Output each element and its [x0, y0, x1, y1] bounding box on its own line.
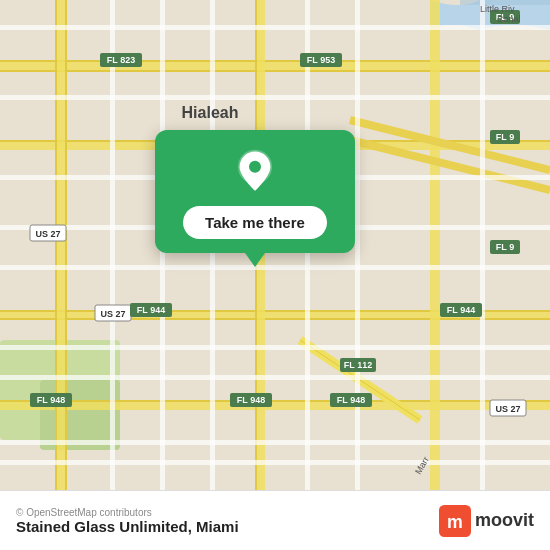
svg-rect-15: [65, 0, 67, 490]
location-city: Miami: [196, 518, 239, 535]
bottom-bar: © OpenStreetMap contributors Stained Gla…: [0, 490, 550, 550]
svg-text:FL 944: FL 944: [447, 305, 475, 315]
svg-text:m: m: [447, 512, 463, 532]
svg-text:FL 953: FL 953: [307, 55, 335, 65]
popup-tail: [245, 253, 265, 267]
svg-rect-26: [0, 440, 550, 445]
svg-text:FL 823: FL 823: [107, 55, 135, 65]
popup-card: Take me there: [155, 130, 355, 253]
svg-text:FL 9: FL 9: [496, 132, 514, 142]
svg-text:FL 112: FL 112: [344, 360, 372, 370]
svg-rect-5: [0, 70, 550, 72]
map-container: FL 823 FL 953 FL 9 FL 9 FL 9 US 27 US 27…: [0, 0, 550, 490]
svg-text:FL 9: FL 9: [496, 242, 514, 252]
svg-rect-23: [0, 265, 550, 270]
location-name: Stained Glass Unlimited,: [16, 518, 192, 535]
svg-rect-27: [0, 460, 550, 465]
svg-rect-20: [0, 95, 550, 100]
svg-rect-2: [40, 380, 120, 450]
location-title: Stained Glass Unlimited, Miami: [16, 518, 239, 535]
svg-rect-25: [0, 375, 550, 380]
svg-text:Little Riv: Little Riv: [480, 4, 515, 14]
svg-rect-12: [0, 400, 550, 402]
svg-text:Hialeah: Hialeah: [182, 104, 239, 121]
svg-text:US 27: US 27: [35, 229, 60, 239]
moovit-logo: m moovit: [439, 505, 534, 537]
svg-rect-18: [430, 0, 440, 490]
moovit-text: moovit: [475, 510, 534, 531]
location-pin-icon: [231, 148, 279, 196]
bottom-bar-info: © OpenStreetMap contributors Stained Gla…: [16, 507, 239, 535]
svg-rect-19: [0, 25, 550, 30]
svg-rect-24: [0, 345, 550, 350]
copyright-text: © OpenStreetMap contributors: [16, 507, 239, 518]
svg-rect-4: [0, 60, 550, 62]
svg-text:Canal: Canal: [497, 14, 521, 24]
moovit-brand-icon: m: [439, 505, 471, 537]
svg-rect-33: [480, 0, 485, 490]
svg-text:US 27: US 27: [495, 404, 520, 414]
svg-text:FL 944: FL 944: [137, 305, 165, 315]
svg-rect-32: [355, 0, 360, 490]
svg-point-68: [249, 161, 261, 173]
svg-rect-10: [0, 318, 550, 320]
svg-text:FL 948: FL 948: [237, 395, 265, 405]
svg-rect-28: [110, 0, 115, 490]
svg-rect-14: [55, 0, 57, 490]
svg-text:US 27: US 27: [100, 309, 125, 319]
svg-text:FL 948: FL 948: [37, 395, 65, 405]
take-me-there-button[interactable]: Take me there: [183, 206, 327, 239]
svg-text:FL 948: FL 948: [337, 395, 365, 405]
